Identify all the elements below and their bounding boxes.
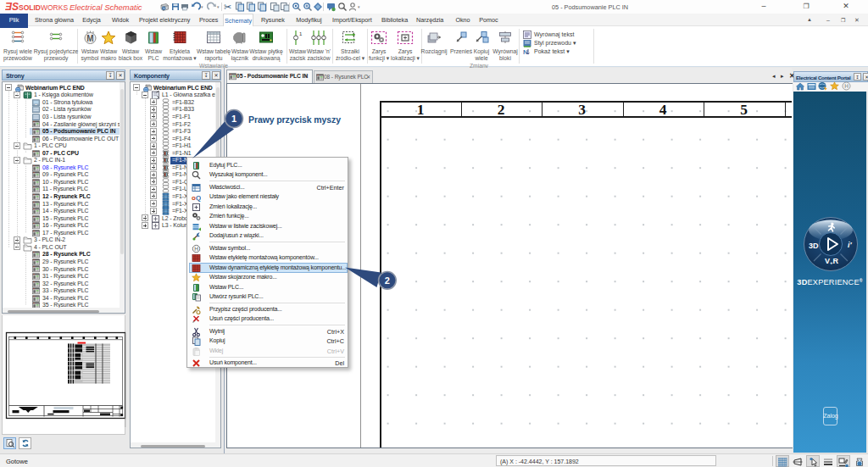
svg-text:1: 1 [231, 114, 236, 124]
svg-text:2: 2 [385, 275, 390, 286]
